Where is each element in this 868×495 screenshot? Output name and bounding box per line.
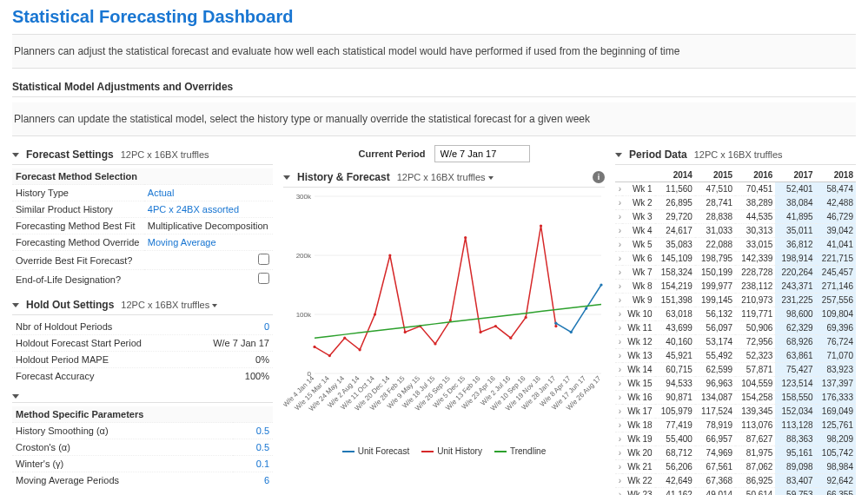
chevron-right-icon[interactable]: › — [615, 363, 622, 377]
history-forecast-title: History & Forecast — [297, 171, 390, 183]
row-label: Wk 13 — [622, 349, 655, 363]
cell-value: 257,556 — [816, 294, 856, 307]
table-row[interactable]: ›Wk 6145,109198,795142,339198,914221,715 — [615, 252, 856, 266]
collapse-icon[interactable] — [12, 303, 19, 307]
legend-swatch-forecast — [342, 451, 354, 452]
table-row[interactable]: ›Wk 1063,01856,132119,77198,600109,804 — [615, 307, 856, 321]
forecast-settings-table: Forecast Method Selection History Type A… — [12, 168, 273, 288]
table-row[interactable]: ›Wk 1460,71562,59957,87175,42783,923 — [615, 363, 856, 377]
cell-value: 68,926 — [775, 335, 815, 349]
cell-value: 105,742 — [816, 446, 856, 460]
info-icon[interactable]: i — [593, 171, 605, 183]
table-row[interactable]: ›Wk 17105,979117,524139,345152,034169,04… — [615, 405, 856, 419]
svg-point-22 — [525, 316, 527, 319]
svg-point-18 — [464, 236, 467, 239]
history-type-value[interactable]: Actual — [144, 185, 273, 201]
cell-value: 210,973 — [735, 294, 775, 307]
chevron-right-icon[interactable]: › — [615, 266, 622, 280]
history-forecast-context[interactable]: 12PC x 16BX truffles — [397, 172, 494, 182]
table-row[interactable]: ›Wk 111,56047,51070,45152,40158,474 — [615, 182, 856, 196]
table-row[interactable]: ›Wk 7158,324150,199228,728220,264245,457 — [615, 266, 856, 280]
method-override-value[interactable]: Moving Average — [144, 234, 273, 251]
chevron-right-icon[interactable]: › — [615, 446, 622, 460]
chevron-right-icon[interactable]: › — [615, 432, 622, 446]
chevron-right-icon[interactable]: › — [615, 405, 622, 419]
cell-value: 30,313 — [735, 224, 775, 238]
cell-value: 150,199 — [695, 266, 735, 280]
page-intro: Planners can adjust the statistical fore… — [12, 35, 856, 69]
chevron-right-icon[interactable]: › — [615, 210, 622, 224]
similar-product-value[interactable]: 4PC x 24BX assorted — [144, 201, 273, 218]
chevron-right-icon[interactable]: › — [615, 196, 622, 210]
collapse-icon[interactable] — [12, 153, 19, 157]
eol-checkbox[interactable] — [258, 273, 269, 284]
override-best-fit-label: Override Best Fit Forecast? — [12, 251, 144, 270]
table-row[interactable]: ›Wk 1345,92155,49252,32363,86171,070 — [615, 349, 856, 363]
cell-value: 31,033 — [695, 224, 735, 238]
row-label: Wk 21 — [622, 460, 655, 474]
period-data-table: 20142015201620172018 ›Wk 111,56047,51070… — [615, 168, 856, 495]
chevron-right-icon[interactable]: › — [615, 474, 622, 488]
cell-value: 86,925 — [735, 474, 775, 488]
chevron-right-icon[interactable]: › — [615, 307, 622, 321]
svg-point-27 — [585, 307, 587, 310]
history-smoothing-value[interactable]: 0.5 — [233, 423, 274, 439]
moving-avg-value[interactable]: 6 — [233, 472, 274, 489]
chevron-right-icon[interactable]: › — [615, 294, 622, 307]
collapse-icon[interactable] — [615, 153, 622, 157]
chevron-right-icon[interactable]: › — [615, 419, 622, 432]
cell-value: 29,720 — [655, 210, 695, 224]
table-row[interactable]: ›Wk 2068,71274,96981,97595,161105,742 — [615, 446, 856, 460]
table-row[interactable]: ›Wk 1240,16053,17472,95668,92676,724 — [615, 335, 856, 349]
chevron-right-icon[interactable]: › — [615, 377, 622, 391]
eol-label: End-of-Life Designation? — [12, 270, 144, 289]
chevron-right-icon[interactable]: › — [615, 224, 622, 238]
chevron-right-icon[interactable]: › — [615, 252, 622, 266]
table-row[interactable]: ›Wk 1143,69956,09750,90662,32969,396 — [615, 321, 856, 335]
table-row[interactable]: ›Wk 329,72028,83844,53541,89546,729 — [615, 210, 856, 224]
table-row[interactable]: ›Wk 2242,64967,36886,92583,40792,642 — [615, 474, 856, 488]
table-row[interactable]: ›Wk 2156,20667,56187,06289,09898,984 — [615, 460, 856, 474]
table-row[interactable]: ›Wk 9151,398199,145210,973231,225257,556 — [615, 294, 856, 307]
cell-value: 44,535 — [735, 210, 775, 224]
svg-point-9 — [328, 354, 331, 357]
cell-value: 41,895 — [775, 210, 815, 224]
holdout-context[interactable]: 12PC x 16BX truffles — [121, 300, 217, 310]
forecast-settings-title: Forecast Settings — [26, 148, 114, 161]
chevron-right-icon[interactable]: › — [615, 321, 622, 335]
collapse-icon[interactable] — [12, 394, 19, 399]
winters-value[interactable]: 0.1 — [233, 456, 274, 472]
table-row[interactable]: ›Wk 1594,53396,963104,559123,514137,397 — [615, 377, 856, 391]
row-label: Wk 1 — [622, 182, 655, 196]
override-best-fit-checkbox[interactable] — [258, 254, 269, 265]
nbr-holdout-label: Nbr of Holdout Periods — [12, 319, 189, 335]
cell-value: 55,400 — [655, 432, 695, 446]
chevron-right-icon[interactable]: › — [615, 335, 622, 349]
table-row[interactable]: ›Wk 1877,41978,919113,076113,128125,761 — [615, 419, 856, 432]
table-row[interactable]: ›Wk 535,08322,08833,01536,81241,041 — [615, 238, 856, 252]
table-row[interactable]: ›Wk 2341,16249,01450,61459,75366,355 — [615, 488, 856, 496]
chevron-right-icon[interactable]: › — [615, 182, 622, 196]
chevron-right-icon[interactable]: › — [615, 391, 622, 405]
column-header: 2016 — [735, 168, 775, 182]
cell-value: 50,614 — [735, 488, 775, 496]
table-row[interactable]: ›Wk 1955,40066,95787,62788,36398,209 — [615, 432, 856, 446]
cell-value: 76,724 — [816, 335, 856, 349]
chevron-right-icon[interactable]: › — [615, 280, 622, 294]
cell-value: 83,923 — [816, 363, 856, 377]
chevron-right-icon[interactable]: › — [615, 238, 622, 252]
table-row[interactable]: ›Wk 424,61731,03330,31335,01139,042 — [615, 224, 856, 238]
current-period-input[interactable] — [434, 145, 530, 162]
cell-value: 117,524 — [695, 405, 735, 419]
cell-value: 231,225 — [775, 294, 815, 307]
collapse-icon[interactable] — [283, 175, 290, 180]
legend-history: Unit History — [437, 446, 482, 456]
table-row[interactable]: ›Wk 8154,219199,977238,112243,371271,146 — [615, 280, 856, 294]
chevron-right-icon[interactable]: › — [615, 349, 622, 363]
table-row[interactable]: ›Wk 226,89528,74138,28938,08442,488 — [615, 196, 856, 210]
croston-value[interactable]: 0.5 — [233, 439, 274, 456]
chevron-right-icon[interactable]: › — [615, 460, 622, 474]
table-row[interactable]: ›Wk 1690,871134,087154,258158,550176,333 — [615, 391, 856, 405]
nbr-holdout-value[interactable]: 0 — [189, 319, 273, 335]
chevron-right-icon[interactable]: › — [615, 488, 622, 496]
